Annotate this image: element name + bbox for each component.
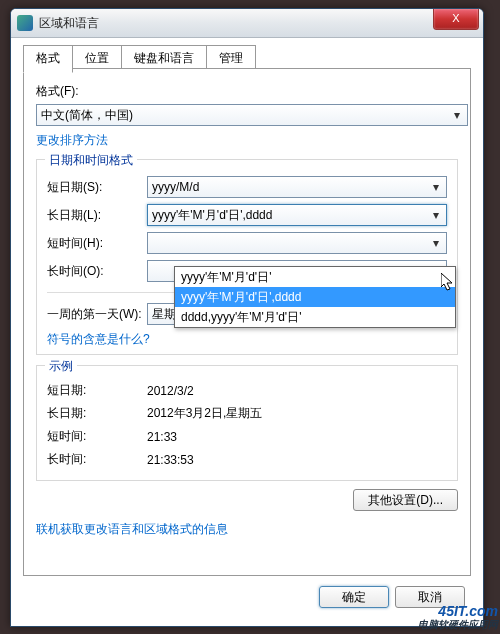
short-time-label: 短时间(H): <box>47 235 147 252</box>
ok-button[interactable]: 确定 <box>319 586 389 608</box>
titlebar[interactable]: 区域和语言 X <box>11 9 483 38</box>
watermark-domain: 45IT.com <box>418 604 498 619</box>
first-day-label: 一周的第一天(W): <box>47 306 147 323</box>
window-icon <box>17 15 33 31</box>
long-date-option-2[interactable]: dddd,yyyy'年'M'月'd'日' <box>175 307 455 327</box>
group-datetime-legend: 日期和时间格式 <box>45 152 137 169</box>
short-date-value: yyyy/M/d <box>152 180 199 194</box>
ex-short-time-lbl: 短时间: <box>47 428 147 445</box>
format-combo-value: 中文(简体，中国) <box>41 107 133 124</box>
watermark: 45IT.com 电脑软硬件应用网 <box>418 604 498 630</box>
group-examples-legend: 示例 <box>45 358 77 375</box>
long-date-dropdown[interactable]: yyyy'年'M'月'd'日' yyyy'年'M'月'd'日',dddd ddd… <box>174 266 456 328</box>
short-date-label: 短日期(S): <box>47 179 147 196</box>
ex-short-date-lbl: 短日期: <box>47 382 147 399</box>
chevron-down-icon: ▾ <box>428 207 444 223</box>
ex-long-time-val: 21:33:53 <box>147 453 194 467</box>
watermark-sub: 电脑软硬件应用网 <box>418 619 498 630</box>
long-date-option-0[interactable]: yyyy'年'M'月'd'日' <box>175 267 455 287</box>
long-date-value: yyyy'年'M'月'd'日',dddd <box>152 207 272 224</box>
chevron-down-icon: ▾ <box>449 107 465 123</box>
format-combo[interactable]: 中文(简体，中国) ▾ <box>36 104 468 126</box>
symbols-meaning-link[interactable]: 符号的含意是什么? <box>47 332 150 346</box>
client-area: 格式 位置 键盘和语言 管理 格式(F): 中文(简体，中国) ▾ 更改排序方法… <box>19 41 475 618</box>
window-title: 区域和语言 <box>39 15 477 32</box>
long-time-label: 长时间(O): <box>47 263 147 280</box>
ex-long-date-val: 2012年3月2日,星期五 <box>147 405 262 422</box>
short-time-combo[interactable]: ▾ <box>147 232 447 254</box>
change-sort-link[interactable]: 更改排序方法 <box>36 133 108 147</box>
group-examples: 示例 短日期:2012/3/2 长日期:2012年3月2日,星期五 短时间:21… <box>36 365 458 481</box>
chevron-down-icon: ▾ <box>428 179 444 195</box>
long-date-label: 长日期(L): <box>47 207 147 224</box>
region-language-dialog: 区域和语言 X 格式 位置 键盘和语言 管理 格式(F): 中文(简体，中国) … <box>10 8 484 627</box>
long-date-combo[interactable]: yyyy'年'M'月'd'日',dddd ▾ <box>147 204 447 226</box>
online-info-link[interactable]: 联机获取更改语言和区域格式的信息 <box>36 522 228 536</box>
short-date-combo[interactable]: yyyy/M/d ▾ <box>147 176 447 198</box>
ex-short-date-val: 2012/3/2 <box>147 384 194 398</box>
format-label: 格式(F): <box>36 83 458 100</box>
close-button[interactable]: X <box>433 8 479 30</box>
tab-format[interactable]: 格式 <box>23 45 73 73</box>
ex-short-time-val: 21:33 <box>147 430 177 444</box>
other-settings-button[interactable]: 其他设置(D)... <box>353 489 458 511</box>
long-date-option-1[interactable]: yyyy'年'M'月'd'日',dddd <box>175 287 455 307</box>
chevron-down-icon: ▾ <box>428 235 444 251</box>
ex-long-time-lbl: 长时间: <box>47 451 147 468</box>
ex-long-date-lbl: 长日期: <box>47 405 147 422</box>
